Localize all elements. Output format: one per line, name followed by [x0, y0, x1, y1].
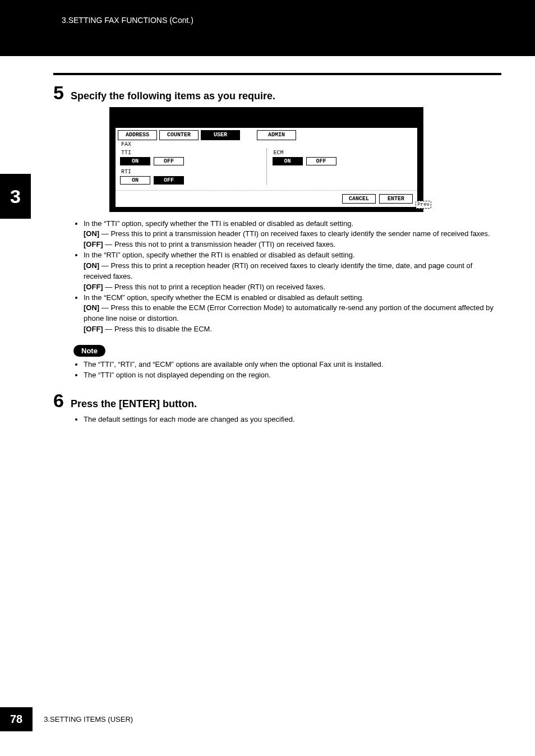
- note-badge: Note: [73, 345, 105, 357]
- step-number: 6: [53, 391, 64, 410]
- page-footer: 78 3.SETTING ITEMS (USER): [0, 707, 535, 731]
- horizontal-rule: [53, 73, 501, 75]
- rti-off-button[interactable]: OFF: [154, 176, 184, 185]
- rti-on-label: [ON]: [84, 261, 99, 270]
- step5-body: In the “TTI” option, specify whether the…: [73, 219, 501, 335]
- breadcrumb: 3.SETTING FAX FUNCTIONS (Cont.): [62, 16, 193, 25]
- enter-button[interactable]: ENTER: [379, 194, 413, 204]
- ecm-off-desc: — Press this to disable the ECM.: [103, 325, 212, 333]
- step-6: 6 Press the [ENTER] button.: [53, 391, 501, 411]
- left-col: TTI ON OFF RTI ON OFF: [120, 149, 261, 185]
- tti-on-desc: — Press this to print a transmission hea…: [99, 229, 490, 238]
- rti-buttons: ON OFF: [120, 176, 261, 185]
- tab-admin[interactable]: ADMIN: [257, 130, 296, 140]
- page-content: 5 Specify the following items as you req…: [0, 56, 535, 425]
- ecm-buttons: ON OFF: [273, 157, 413, 165]
- page-number: 78: [0, 707, 33, 731]
- options-columns: TTI ON OFF RTI ON OFF ECM ON: [116, 147, 417, 185]
- ecm-label: ECM: [274, 150, 413, 156]
- rti-off-label: [OFF]: [84, 283, 103, 291]
- chapter-tab: 3: [0, 174, 31, 219]
- ecm-on-desc: — Press this to enable the ECM (Error Co…: [84, 303, 494, 322]
- note-list: The “TTI”, “RTI”, and “ECM” options are …: [73, 359, 501, 381]
- rti-on-button[interactable]: ON: [120, 176, 150, 185]
- footer-text: 3.SETTING ITEMS (USER): [44, 715, 133, 723]
- rti-intro: In the “RTI” option, specify whether the…: [84, 251, 355, 259]
- step-title: Press the [ENTER] button.: [71, 398, 197, 411]
- chapter-number: 3: [10, 186, 21, 208]
- tti-on-label: [ON]: [84, 229, 99, 238]
- ecm-on-label: [ON]: [84, 303, 99, 312]
- step6-body: The default settings for each mode are c…: [73, 414, 501, 425]
- rti-item: In the “RTI” option, specify whether the…: [84, 250, 501, 292]
- tti-intro: In the “TTI” option, specify whether the…: [84, 219, 353, 228]
- ecm-item: In the “ECM” option, specify whether the…: [84, 293, 501, 335]
- rti-on-desc: — Press this to print a reception header…: [84, 261, 472, 280]
- prev-link[interactable]: Prev: [416, 201, 431, 209]
- cancel-button[interactable]: CANCEL: [342, 194, 376, 204]
- tti-item: In the “TTI” option, specify whether the…: [84, 219, 501, 251]
- ecm-off-label: [OFF]: [84, 325, 103, 333]
- ecm-on-button[interactable]: ON: [273, 157, 303, 165]
- step6-bullet: The default settings for each mode are c…: [84, 414, 501, 425]
- step-5: 5 Specify the following items as you req…: [53, 83, 501, 103]
- tab-counter[interactable]: COUNTER: [159, 130, 199, 140]
- step-number: 5: [53, 83, 64, 102]
- screen-subhead: FAX: [116, 141, 417, 147]
- right-col: ECM ON OFF: [273, 149, 413, 185]
- rti-off-desc: — Press this not to print a reception he…: [103, 283, 325, 291]
- tti-on-button[interactable]: ON: [120, 157, 150, 165]
- device-screen-inner: ADDRESS COUNTER USER ADMIN FAX TTI ON OF…: [115, 127, 418, 208]
- device-screen: ADDRESS COUNTER USER ADMIN FAX TTI ON OF…: [109, 107, 423, 212]
- tti-off-label: [OFF]: [84, 240, 103, 248]
- note-item-1: The “TTI”, “RTI”, and “ECM” options are …: [84, 359, 501, 370]
- step-title: Specify the following items as you requi…: [71, 90, 275, 103]
- ecm-off-button[interactable]: OFF: [306, 157, 336, 165]
- tti-off-desc: — Press this not to print a transmission…: [103, 240, 336, 248]
- note-item-2: The “TTI” option is not displayed depend…: [84, 370, 501, 381]
- tab-user[interactable]: USER: [201, 130, 240, 140]
- ecm-intro: In the “ECM” option, specify whether the…: [84, 293, 364, 302]
- action-row: CANCEL ENTER: [116, 190, 417, 204]
- rti-label: RTI: [121, 169, 261, 175]
- tti-off-button[interactable]: OFF: [154, 157, 184, 165]
- tab-address[interactable]: ADDRESS: [118, 130, 157, 140]
- tti-label: TTI: [121, 150, 261, 156]
- header-band: 3.SETTING FAX FUNCTIONS (Cont.): [0, 0, 535, 56]
- column-divider: [266, 149, 267, 185]
- tti-buttons: ON OFF: [120, 157, 261, 165]
- tab-row: ADDRESS COUNTER USER ADMIN: [116, 128, 417, 141]
